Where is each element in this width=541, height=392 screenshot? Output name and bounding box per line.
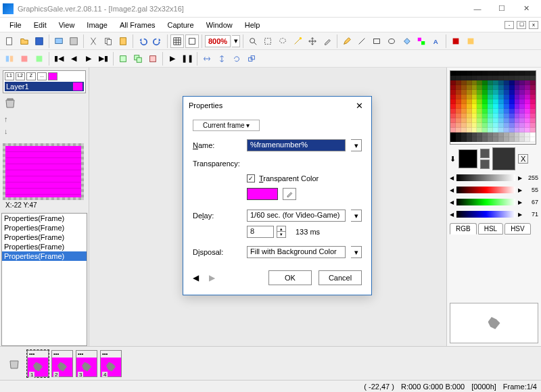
new-icon[interactable]: [3, 34, 16, 48]
last-frame-icon[interactable]: ▶▮: [97, 52, 110, 66]
transparent-checkbox[interactable]: ✓: [247, 174, 255, 182]
download-palette-icon[interactable]: ⬇: [450, 155, 456, 164]
replace-color-icon[interactable]: [415, 34, 428, 48]
text-icon[interactable]: A: [429, 34, 443, 48]
history-panel[interactable]: Properties(Frame) Properties(Frame) Prop…: [1, 213, 87, 346]
scale-icon[interactable]: [245, 52, 258, 66]
history-item[interactable]: Properties(Frame): [2, 251, 87, 261]
menu-help[interactable]: Help: [239, 20, 266, 30]
current-frame-tab[interactable]: Current frame ▾: [193, 120, 260, 131]
blue-slider[interactable]: ◀▶71: [450, 210, 538, 219]
eyedropper-icon[interactable]: [321, 34, 334, 48]
menu-capture[interactable]: Capture: [162, 20, 199, 30]
green-slider[interactable]: ◀▶67: [450, 197, 538, 207]
background-swatch[interactable]: [492, 147, 515, 170]
menu-image[interactable]: Image: [81, 20, 113, 30]
wand-icon[interactable]: [291, 34, 304, 48]
undo-icon[interactable]: [136, 34, 149, 48]
menu-view[interactable]: View: [53, 20, 80, 30]
maximize-button[interactable]: ☐: [490, 1, 514, 17]
prev-frame-nav-icon[interactable]: ◀: [193, 273, 202, 283]
onion-next-icon[interactable]: [32, 52, 46, 66]
cut-icon[interactable]: [87, 34, 100, 48]
move-icon[interactable]: [306, 34, 319, 48]
flip-v-icon[interactable]: [215, 52, 229, 66]
spin-up-icon[interactable]: ▴: [277, 226, 286, 232]
tab-hsv[interactable]: HSV: [504, 223, 531, 235]
recent-swatch[interactable]: [480, 149, 490, 158]
layer-row[interactable]: Layer1: [5, 82, 84, 91]
preview-icon[interactable]: [52, 34, 66, 48]
recent-swatch[interactable]: [480, 160, 490, 169]
lasso-icon[interactable]: [276, 34, 289, 48]
zoom-dropdown[interactable]: ▾: [232, 35, 240, 47]
disposal-select[interactable]: Fill with Background Color: [247, 246, 346, 258]
eyedropper-icon[interactable]: [283, 188, 296, 200]
delay-unit-dropdown[interactable]: ▾: [351, 210, 362, 222]
filmstrip-trash-icon[interactable]: [8, 358, 20, 369]
antialias-icon[interactable]: [449, 34, 463, 48]
frame-thumb[interactable]: •••1: [27, 350, 49, 377]
dialog-close-icon[interactable]: ✕: [352, 101, 366, 111]
lightness-slider[interactable]: ◀▶255: [450, 173, 538, 182]
tab-hsl[interactable]: HSL: [478, 223, 503, 235]
color-palette[interactable]: [450, 70, 536, 145]
open-icon[interactable]: [18, 34, 31, 48]
flip-h-icon[interactable]: [200, 52, 214, 66]
swap-colors-icon[interactable]: X: [518, 154, 528, 164]
foreground-swatch[interactable]: [458, 149, 477, 168]
mdi-controls[interactable]: -☐x: [504, 21, 541, 29]
rect-icon[interactable]: [370, 34, 383, 48]
dup-frame-icon[interactable]: [131, 52, 145, 66]
disposal-dropdown[interactable]: ▾: [351, 246, 362, 258]
zoom-in-icon[interactable]: [246, 34, 260, 48]
add-frame-icon[interactable]: [116, 52, 130, 66]
next-frame-icon[interactable]: ▶: [82, 52, 95, 66]
menu-edit[interactable]: Edit: [28, 20, 52, 30]
next-frame-nav-icon[interactable]: ▶: [209, 273, 218, 283]
transparent-color-swatch[interactable]: [247, 188, 278, 200]
menu-window[interactable]: Window: [201, 20, 238, 30]
first-frame-icon[interactable]: ▮◀: [52, 52, 66, 66]
save-icon[interactable]: [32, 34, 46, 48]
close-button[interactable]: ✕: [514, 1, 538, 17]
onion-prev-icon[interactable]: [18, 52, 31, 66]
delay-value-input[interactable]: 8: [247, 226, 274, 238]
marquee-icon[interactable]: [261, 34, 275, 48]
transparent-icon[interactable]: [464, 34, 477, 48]
history-item[interactable]: Properties(Frame): [2, 214, 87, 223]
menu-allframes[interactable]: All Frames: [114, 20, 161, 30]
spin-down-icon[interactable]: ▾: [277, 232, 286, 238]
grid-icon[interactable]: [170, 34, 184, 48]
frame-thumb[interactable]: •••2: [51, 350, 73, 377]
history-item[interactable]: Properties(Frame): [2, 223, 87, 232]
layer-up-icon[interactable]: ↑: [4, 115, 85, 123]
frame-thumb[interactable]: •••3: [76, 350, 97, 377]
onion-icon[interactable]: [3, 52, 16, 66]
layer-down-icon[interactable]: ↓: [4, 127, 85, 135]
paste-icon[interactable]: [116, 34, 130, 48]
zoom-level[interactable]: 800%: [205, 35, 231, 47]
fill-icon[interactable]: [400, 34, 413, 48]
play-icon[interactable]: ▶: [166, 52, 179, 66]
ok-button[interactable]: OK: [268, 270, 312, 285]
export-icon[interactable]: [67, 34, 80, 48]
minimize-button[interactable]: —: [465, 1, 490, 17]
cancel-button[interactable]: Cancel: [319, 270, 362, 285]
pencil-icon[interactable]: [340, 34, 354, 48]
red-slider[interactable]: ◀▶55: [450, 185, 538, 195]
history-item[interactable]: Properties(Frame): [2, 232, 87, 242]
tab-rgb[interactable]: RGB: [450, 223, 477, 235]
prev-frame-icon[interactable]: ◀: [67, 52, 80, 66]
history-item[interactable]: Properties(Frame): [2, 242, 87, 251]
redo-icon[interactable]: [151, 34, 164, 48]
pause-icon[interactable]: ❚❚: [181, 52, 194, 66]
menu-file[interactable]: File: [4, 20, 27, 30]
ellipse-icon[interactable]: [385, 34, 398, 48]
line-icon[interactable]: [355, 34, 369, 48]
name-input[interactable]: %framenumber%: [247, 139, 346, 151]
frame-thumb[interactable]: •••4: [100, 350, 122, 377]
del-frame-icon[interactable]: [146, 52, 160, 66]
copy-icon[interactable]: [101, 34, 115, 48]
rotate-icon[interactable]: [230, 52, 243, 66]
